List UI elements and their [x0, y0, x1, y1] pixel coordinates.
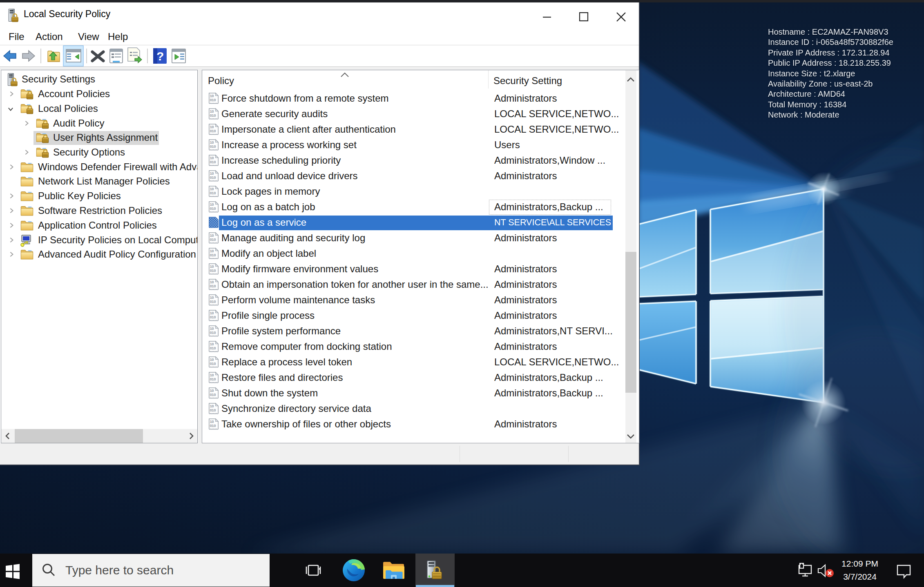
svg-text:?: ? — [156, 49, 164, 63]
